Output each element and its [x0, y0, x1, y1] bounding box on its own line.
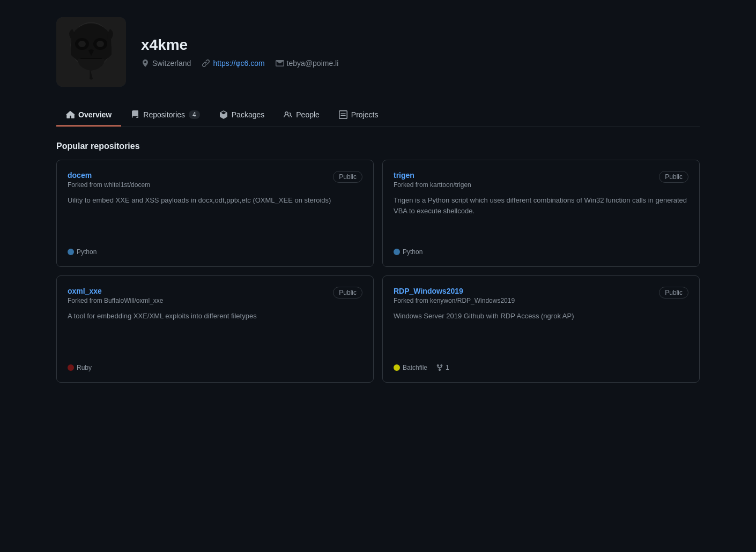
lang-dot-rdp	[394, 364, 400, 371]
repo-title-area: trigen Forked from karttoon/trigen	[394, 171, 471, 189]
email-icon	[276, 59, 284, 68]
repo-description-oxml: A tool for embedding XXE/XML exploits in…	[68, 311, 362, 357]
profile-header: x4kme Switzerland https://φc6.com	[56, 17, 700, 87]
repo-card: docem Forked from whitel1st/docem Public…	[56, 160, 374, 267]
repo-footer-docem: Python	[68, 248, 362, 256]
repo-card-header: RDP_Windows2019 Forked from kenywon/RDP_…	[394, 287, 688, 304]
package-icon	[219, 110, 228, 119]
avatar	[56, 17, 126, 87]
lang-dot-trigen	[394, 249, 400, 255]
repos-grid: docem Forked from whitel1st/docem Public…	[56, 160, 700, 383]
tab-people-label: People	[296, 110, 320, 119]
language-indicator-oxml: Ruby	[68, 364, 92, 371]
svg-point-5	[97, 41, 104, 47]
repo-icon	[131, 110, 139, 119]
repo-footer-rdp: Batchfile 1	[394, 364, 688, 371]
location-icon	[141, 59, 150, 68]
tab-packages[interactable]: Packages	[210, 104, 274, 126]
email-text: tebya@poime.li	[287, 59, 339, 68]
repo-title-area: docem Forked from whitel1st/docem	[68, 171, 150, 189]
repo-name-trigen[interactable]: trigen	[394, 171, 471, 180]
popular-repos-section: Popular repositories docem Forked from w…	[56, 141, 700, 383]
lang-label-rdp: Batchfile	[403, 364, 427, 371]
location-text: Switzerland	[152, 59, 191, 68]
repo-title-area: RDP_Windows2019 Forked from kenywon/RDP_…	[394, 287, 515, 304]
profile-info: x4kme Switzerland https://φc6.com	[141, 36, 338, 68]
language-indicator-rdp: Batchfile	[394, 364, 427, 371]
repo-visibility-trigen: Public	[659, 171, 688, 183]
tab-repositories[interactable]: Repositories 4	[121, 104, 210, 126]
email-item: tebya@poime.li	[276, 59, 339, 68]
fork-icon	[436, 364, 443, 371]
tab-projects-label: Projects	[351, 110, 379, 119]
repo-fork-oxml: Forked from BuffaloWill/oxml_xxe	[68, 297, 164, 304]
repo-fork-trigen: Forked from karttoon/trigen	[394, 181, 471, 189]
website-link[interactable]: https://φc6.com	[213, 59, 264, 68]
profile-name: x4kme	[141, 36, 338, 54]
tab-overview-label: Overview	[78, 110, 112, 119]
projects-icon	[339, 110, 347, 119]
repo-name-rdp[interactable]: RDP_Windows2019	[394, 287, 515, 295]
tab-repositories-label: Repositories	[143, 110, 185, 119]
repositories-badge: 4	[189, 110, 200, 119]
lang-dot-oxml	[68, 364, 74, 371]
repo-description-rdp: Windows Server 2019 Github with RDP Acce…	[394, 311, 688, 357]
fork-count-rdp: 1	[436, 364, 449, 371]
repo-fork-rdp: Forked from kenywon/RDP_Windows2019	[394, 297, 515, 304]
repo-description-trigen: Trigen is a Python script which uses dif…	[394, 195, 688, 242]
repo-name-oxml[interactable]: oxml_xxe	[68, 287, 164, 295]
repo-fork-docem: Forked from whitel1st/docem	[68, 181, 150, 189]
website-item[interactable]: https://φc6.com	[202, 59, 264, 68]
lang-label-trigen: Python	[403, 248, 423, 256]
nav-tabs: Overview Repositories 4 Packages People	[56, 104, 700, 126]
repo-card: trigen Forked from karttoon/trigen Publi…	[382, 160, 700, 267]
repo-footer-oxml: Ruby	[68, 364, 362, 371]
repo-card-header: docem Forked from whitel1st/docem Public	[68, 171, 362, 189]
repo-footer-trigen: Python	[394, 248, 688, 256]
tab-projects[interactable]: Projects	[329, 104, 388, 126]
repo-visibility-rdp: Public	[659, 287, 688, 299]
section-title: Popular repositories	[56, 141, 700, 151]
repo-title-area: oxml_xxe Forked from BuffaloWill/oxml_xx…	[68, 287, 164, 304]
repo-card: oxml_xxe Forked from BuffaloWill/oxml_xx…	[56, 275, 374, 383]
fork-count-value: 1	[446, 364, 449, 371]
people-icon	[284, 110, 292, 119]
language-indicator-trigen: Python	[394, 248, 423, 256]
lang-label-oxml: Ruby	[77, 364, 92, 371]
home-icon	[66, 110, 75, 119]
profile-meta: Switzerland https://φc6.com tebya@poime.…	[141, 59, 338, 68]
lang-dot-docem	[68, 249, 74, 255]
repo-card-header: oxml_xxe Forked from BuffaloWill/oxml_xx…	[68, 287, 362, 304]
repo-description-docem: Uility to embed XXE and XSS payloads in …	[68, 195, 362, 242]
tab-overview[interactable]: Overview	[56, 104, 121, 126]
repo-visibility-docem: Public	[333, 171, 362, 183]
location-item: Switzerland	[141, 59, 191, 68]
tab-people[interactable]: People	[274, 104, 329, 126]
repo-visibility-oxml: Public	[333, 287, 362, 299]
repo-card: RDP_Windows2019 Forked from kenywon/RDP_…	[382, 275, 700, 383]
repo-name-docem[interactable]: docem	[68, 171, 150, 180]
svg-point-4	[78, 41, 86, 47]
repo-card-header: trigen Forked from karttoon/trigen Publi…	[394, 171, 688, 189]
link-icon	[202, 59, 210, 68]
language-indicator-docem: Python	[68, 248, 97, 256]
lang-label-docem: Python	[77, 248, 97, 256]
tab-packages-label: Packages	[232, 110, 264, 119]
